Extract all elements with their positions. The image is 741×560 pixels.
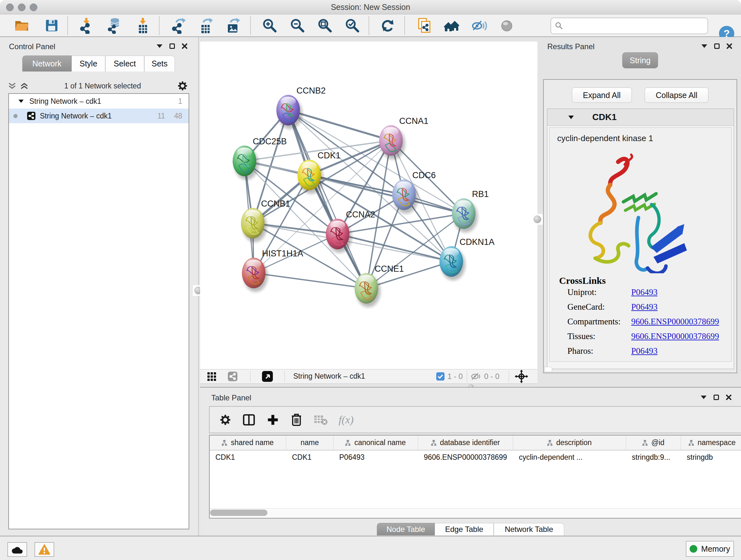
table-cell[interactable]: cyclin-dependent ... [513, 450, 626, 465]
panel-close-icon[interactable] [726, 395, 731, 400]
cloud-status-button[interactable] [7, 542, 27, 557]
table-row[interactable]: CDK1CDK1P064939606.ENSP00000378699cyclin… [210, 450, 741, 465]
enhanced-labels-button[interactable] [470, 17, 488, 35]
warnings-button[interactable] [35, 542, 54, 557]
panel-menu-icon[interactable] [157, 44, 162, 48]
tab-sets[interactable]: Sets [144, 56, 175, 71]
crosslink-link[interactable]: 9606.ENSP00000378699 [631, 331, 719, 341]
table-cell[interactable]: stringdb [681, 450, 741, 465]
import-network-file-button[interactable] [78, 17, 96, 35]
tab-edge-table[interactable]: Edge Table [434, 523, 494, 536]
network-edge[interactable] [309, 175, 464, 213]
tab-string[interactable]: String [622, 52, 658, 68]
network-graph[interactable]: CCNB2CCNA1CDC25BCDK1CDC6RB1CCNB1CCNA2CDK… [200, 42, 537, 369]
panel-menu-icon[interactable] [701, 395, 706, 399]
tab-node-table[interactable]: Node Table [377, 523, 434, 536]
panel-float-icon[interactable] [170, 44, 175, 49]
panel-menu-icon[interactable] [701, 44, 707, 48]
show-columns-icon[interactable] [242, 413, 256, 427]
column-header--id[interactable]: @id [626, 435, 681, 450]
crosslink-link[interactable]: P06493 [631, 346, 658, 356]
panel-close-icon[interactable] [182, 44, 187, 49]
entry-body: cyclin-dependent kinase 1 [549, 127, 732, 362]
export-image-button[interactable] [224, 17, 242, 35]
network-node-ccne1[interactable]: CCNE1 [354, 264, 404, 307]
zoom-selected-button[interactable] [343, 17, 361, 35]
tab-network[interactable]: Network [22, 56, 71, 71]
table-settings-gear-icon[interactable] [219, 414, 231, 426]
import-table-button[interactable] [134, 17, 152, 35]
table-cell[interactable]: 9606.ENSP00000378699 [418, 450, 513, 465]
save-session-button[interactable] [43, 17, 61, 35]
gray-eye-icon [498, 17, 515, 34]
open-session-button[interactable] [13, 17, 30, 35]
delete-column-icon[interactable] [290, 413, 303, 427]
results-panel: Results Panel String Expand All Collapse… [539, 37, 741, 387]
network-edge[interactable] [254, 273, 366, 288]
collapse-all-icon[interactable] [8, 82, 16, 89]
scrollbar-thumb[interactable] [210, 509, 267, 516]
apply-layout-button[interactable] [379, 17, 397, 35]
network-share-button[interactable] [228, 372, 238, 382]
column-header-shared-name[interactable]: shared name [210, 435, 286, 450]
network-node-cdc6[interactable]: CDC6 [392, 171, 436, 213]
export-table-button[interactable] [197, 17, 215, 35]
expand-all-icon[interactable] [20, 82, 28, 89]
string-home-button[interactable] [443, 17, 461, 35]
function-builder-button[interactable]: f(x) [339, 414, 354, 426]
network-node-label: HIST1H1A [262, 249, 303, 258]
panel-float-icon[interactable] [714, 395, 719, 400]
column-header-namespace[interactable]: namespace [681, 435, 741, 450]
network-row[interactable]: String Network – cdk1 11 48 [9, 109, 189, 123]
fit-content-button[interactable] [515, 370, 528, 384]
panel-close-icon[interactable] [727, 44, 732, 49]
add-column-icon[interactable] [266, 414, 279, 426]
network-node-hist1h1a[interactable]: HIST1H1A [242, 249, 303, 292]
collapse-all-button[interactable]: Collapse All [645, 87, 709, 103]
network-collection-row[interactable]: String Network – cdk1 1 [9, 94, 189, 109]
birdseye-button[interactable] [262, 371, 273, 383]
tab-select[interactable]: Select [105, 56, 144, 71]
table-hscrollbar[interactable] [210, 508, 741, 517]
memory-button[interactable]: Memory [686, 541, 734, 557]
table-cell[interactable]: stringdb:9... [626, 450, 681, 465]
crosslink-link[interactable]: P06493 [631, 302, 658, 312]
zoom-in-button[interactable] [261, 17, 279, 35]
selected-checkbox[interactable] [436, 372, 445, 382]
tree-expand-icon[interactable] [18, 100, 23, 103]
gear-icon[interactable] [177, 80, 188, 91]
export-network-button[interactable] [170, 17, 188, 35]
splitter-right[interactable] [532, 214, 543, 225]
delete-table-icon[interactable] [314, 414, 328, 426]
table-cell[interactable]: CDK1 [286, 450, 333, 465]
import-network-database-button[interactable] [105, 17, 123, 35]
search-input[interactable] [566, 19, 705, 32]
crosslink-link[interactable]: P06493 [631, 287, 658, 297]
network-node-rb1[interactable]: RB1 [452, 189, 489, 233]
zoom-out-button[interactable] [288, 17, 307, 35]
zoom-fit-button[interactable] [316, 17, 334, 35]
expand-all-button[interactable]: Expand All [572, 87, 632, 103]
entry-collapse-icon[interactable] [568, 116, 574, 119]
graphics-details-button[interactable] [498, 17, 516, 35]
grid-view-button[interactable] [207, 372, 216, 382]
network-edge[interactable] [288, 110, 391, 140]
hidden-toggle[interactable] [471, 372, 482, 382]
network-edge[interactable] [288, 110, 366, 288]
crosslink-link[interactable]: 9606.ENSP00000378699 [631, 317, 719, 327]
column-header-database-identifier[interactable]: database identifier [418, 435, 513, 450]
tab-network-table[interactable]: Network Table [494, 523, 564, 536]
column-header-canonical-name[interactable]: canonical name [333, 435, 418, 450]
entry-header[interactable]: CDK1 [547, 109, 734, 126]
column-header-name[interactable]: name [286, 435, 333, 450]
network-view[interactable]: CCNB2CCNA1CDC25BCDK1CDC6RB1CCNB1CCNA2CDK… [200, 42, 537, 369]
table-cell[interactable]: P06493 [333, 450, 418, 465]
column-header-description[interactable]: description [513, 435, 626, 450]
panel-float-icon[interactable] [714, 44, 720, 49]
tab-style[interactable]: Style [71, 56, 105, 71]
table-cell[interactable]: CDK1 [210, 450, 286, 465]
string-import-button[interactable] [415, 17, 433, 35]
network-node-ccna2[interactable]: CCNA2 [326, 210, 375, 253]
network-node-cdkn1a[interactable]: CDKN1A [440, 237, 495, 280]
results-scrollbar[interactable] [544, 367, 552, 372]
